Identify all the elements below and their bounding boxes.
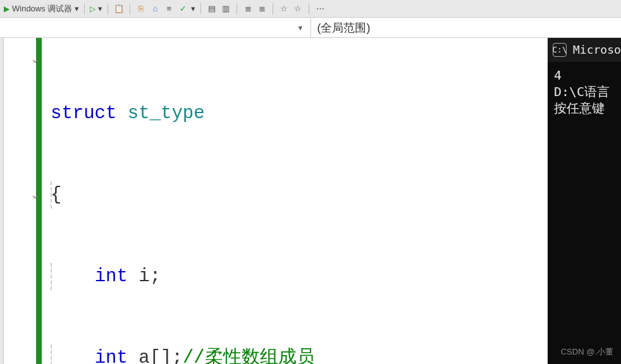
toolbar-btn[interactable]: ⎘	[135, 3, 147, 15]
separator	[84, 3, 85, 15]
gutter: ⌄ ⌄	[4, 38, 42, 364]
run-no-debug-icon[interactable]: ▷	[90, 4, 95, 13]
separator	[237, 3, 237, 15]
scope-right-value: (全局范围)	[317, 20, 371, 35]
separator	[108, 3, 108, 15]
code-token: []	[150, 348, 172, 364]
code-token: a	[138, 348, 149, 364]
run-icon[interactable]: ▶	[4, 4, 9, 13]
console-title-bar: C:\ Microso	[548, 38, 621, 62]
separator	[130, 3, 130, 15]
toolbar-btn[interactable]: ▤	[206, 3, 218, 15]
toolbar: ▶ Windows 调试器 ▾ ▷ ▾ 📋 ⎘ ⌂ ≡ ✓ ▾ ▤ ▥ ≣ ≣ …	[0, 0, 621, 18]
console-pane: C:\ Microso 4 D:\C语言 按任意键 CSDN @.小董	[548, 38, 621, 364]
code-token: i	[138, 266, 149, 287]
code-token: int	[95, 266, 128, 287]
separator	[200, 3, 201, 15]
console-line: D:\C语言	[554, 83, 615, 100]
code-token: int	[95, 348, 128, 364]
code-comment: //柔性数组成员	[183, 348, 315, 364]
bookmark-icon[interactable]: ☆	[292, 3, 304, 15]
toolbar-btn[interactable]: ⋯	[314, 3, 326, 15]
code-token: st_type	[128, 103, 205, 124]
toolbar-btn[interactable]: ▥	[220, 3, 231, 15]
toolbar-btn[interactable]: ✓	[177, 3, 188, 15]
code-editor[interactable]: ⌄ ⌄ struct st_type { int i; int a[];//柔性…	[4, 38, 548, 364]
code-token: struct	[51, 103, 116, 124]
debugger-label[interactable]: Windows 调试器	[12, 3, 72, 15]
scope-dropdown-right[interactable]: (全局范围)	[311, 18, 622, 37]
separator	[273, 3, 273, 15]
watermark: CSDN @.小董	[561, 344, 613, 360]
terminal-icon: C:\	[553, 43, 567, 57]
toolbar-btn[interactable]: 📋	[113, 3, 125, 15]
bookmark-icon[interactable]: ☆	[278, 3, 290, 15]
code-token: ;	[150, 266, 161, 287]
fold-icon[interactable]: ⌄	[30, 46, 36, 73]
toolbar-btn[interactable]: ≡	[163, 3, 175, 15]
scope-dropdown-left[interactable]: ▼	[0, 18, 311, 37]
indent-left-icon[interactable]: ≣	[242, 3, 254, 15]
code-token: ;	[171, 348, 182, 364]
code-content[interactable]: struct st_type { int i; int a[];//柔性数组成员…	[42, 38, 548, 364]
console-line: 4	[554, 67, 615, 83]
separator	[309, 3, 309, 15]
console-line: 按任意键	[554, 100, 615, 116]
console-title: Microso	[573, 42, 621, 58]
chevron-down-icon: ▼	[297, 24, 304, 32]
scope-bar: ▼ (全局范围)	[0, 18, 621, 38]
fold-icon[interactable]: ⌄	[30, 181, 36, 209]
console-output[interactable]: 4 D:\C语言 按任意键	[548, 62, 621, 121]
code-token: {	[51, 185, 61, 205]
toolbar-btn[interactable]: ⌂	[149, 3, 161, 15]
indent-right-icon[interactable]: ≣	[256, 3, 267, 15]
